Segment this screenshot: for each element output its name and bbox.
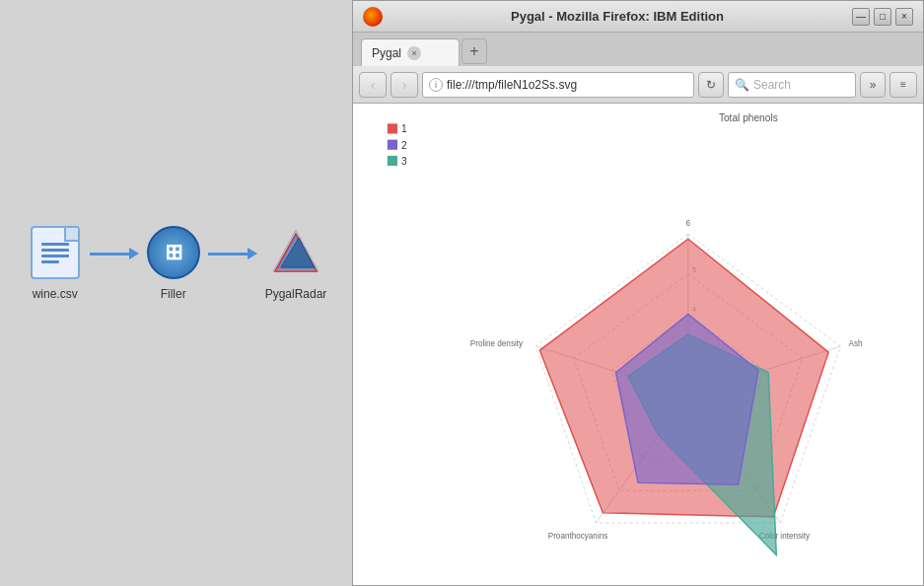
svg-rect-28	[388, 156, 397, 166]
minimize-button[interactable]: —	[852, 8, 870, 26]
title-bar: Pygal - Mozilla Firefox: IBM Edition — □…	[353, 1, 923, 33]
search-icon: 🔍	[735, 78, 749, 92]
svg-text:Proanthocyanins: Proanthocyanins	[548, 532, 608, 541]
tab-close-button[interactable]: ×	[407, 46, 421, 60]
svg-text:Proline density: Proline density	[470, 339, 524, 348]
workflow: wine.csv ⊞ Filler	[29, 226, 327, 301]
info-icon[interactable]: i	[429, 78, 443, 92]
workflow-node-wine-csv[interactable]: wine.csv	[29, 226, 82, 301]
workflow-node-pygal-radar[interactable]: PygalRadar	[265, 226, 327, 301]
forward-button[interactable]: ›	[391, 72, 418, 98]
pygal-radar-icon	[269, 226, 322, 279]
workflow-node-filler[interactable]: ⊞ Filler	[147, 226, 200, 301]
close-button[interactable]: ×	[895, 8, 913, 26]
search-bar[interactable]: 🔍 Search	[728, 72, 856, 98]
menu-button[interactable]: ≡	[889, 72, 917, 98]
svg-rect-26	[388, 140, 397, 150]
back-button[interactable]: ‹	[359, 72, 387, 98]
tab-label: Pygal	[372, 46, 401, 60]
browser-title: Pygal - Mozilla Firefox: IBM Edition	[391, 9, 844, 24]
new-tab-button[interactable]: +	[462, 38, 487, 64]
tab-pygal[interactable]: Pygal ×	[361, 38, 460, 66]
svg-rect-24	[388, 123, 397, 133]
svg-text:1: 1	[401, 123, 407, 134]
more-button[interactable]: »	[860, 72, 886, 98]
filler-icon: ⊞	[147, 226, 200, 279]
svg-text:3: 3	[401, 156, 407, 167]
nav-bar: ‹ › i file:///tmp/fileN1o2Ss.svg ↻ 🔍 Sea…	[353, 66, 923, 104]
svg-text:Ash: Ash	[849, 339, 863, 348]
pygal-radar-label: PygalRadar	[265, 287, 327, 301]
chart-title: Total phenols	[719, 112, 778, 123]
desktop-area: wine.csv ⊞ Filler	[0, 0, 355, 586]
url-text: file:///tmp/fileN1o2Ss.svg	[447, 78, 577, 92]
arrow-1	[90, 248, 139, 259]
search-placeholder: Search	[753, 78, 791, 92]
browser-window: Pygal - Mozilla Firefox: IBM Edition — □…	[352, 0, 924, 586]
window-controls: — □ ×	[852, 8, 913, 26]
tab-bar: Pygal × +	[353, 33, 923, 66]
firefox-logo	[363, 7, 383, 27]
address-bar[interactable]: i file:///tmp/fileN1o2Ss.svg	[422, 72, 694, 98]
svg-text:2: 2	[401, 140, 407, 151]
wine-csv-icon	[29, 226, 82, 279]
maximize-button[interactable]: □	[874, 8, 891, 26]
wine-csv-label: wine.csv	[33, 287, 78, 301]
arrow-2	[208, 248, 257, 259]
chart-area: Total phenols 6	[353, 104, 923, 585]
filler-label: Filler	[161, 287, 186, 301]
reload-button[interactable]: ↻	[698, 72, 724, 98]
svg-text:6: 6	[686, 219, 691, 228]
